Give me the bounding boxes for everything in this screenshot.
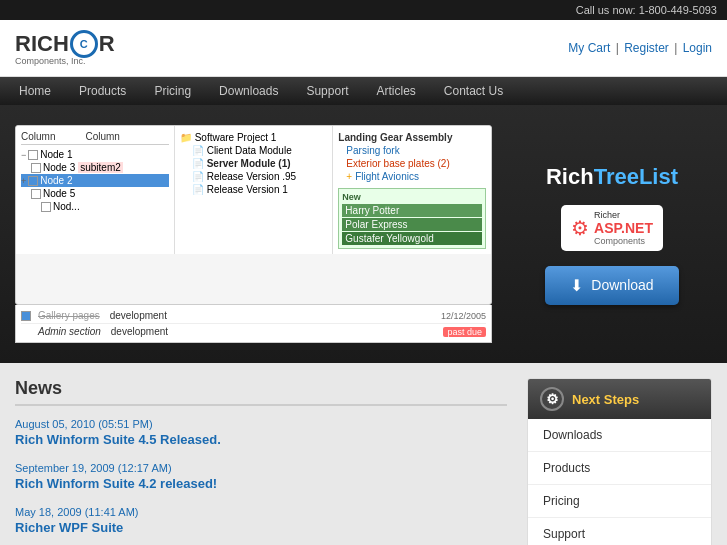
- nav-home[interactable]: Home: [5, 77, 65, 105]
- node-extra: subitem2: [78, 162, 123, 173]
- next-steps-title: Next Steps: [572, 392, 639, 407]
- next-steps-header: ⚙ Next Steps: [528, 379, 711, 419]
- checkbox: [31, 163, 41, 173]
- header: RICH C R Components, Inc. My Cart | Regi…: [0, 20, 727, 77]
- checkbox: [28, 176, 38, 186]
- checkbox: [28, 150, 38, 160]
- new-label: New: [342, 192, 482, 202]
- checkbox: [21, 311, 31, 321]
- product-title: RichTreeList: [546, 164, 678, 190]
- client-data-row: 📄 Client Data Module: [192, 144, 328, 157]
- nav-articles[interactable]: Articles: [362, 77, 429, 105]
- checkbox: [31, 189, 41, 199]
- register-link[interactable]: Register: [624, 41, 669, 55]
- next-steps-products[interactable]: Products: [528, 452, 711, 485]
- expand-icon: +: [21, 176, 26, 186]
- client-data-label: Client Data Module: [207, 145, 292, 156]
- next-steps-panel: ⚙ Next Steps Downloads Products Pricing …: [527, 378, 712, 545]
- flight-row: + Flight Avionics: [346, 170, 486, 183]
- header-links: My Cart | Register | Login: [568, 41, 712, 55]
- news-headline-2[interactable]: Rich Winform Suite 4.2 released!: [15, 476, 507, 491]
- logo[interactable]: RICH C R Components, Inc.: [15, 30, 115, 66]
- folder-icon: 📁: [180, 132, 192, 143]
- asp-components-label: Components: [594, 236, 653, 246]
- file-icon: 📄: [192, 145, 204, 156]
- tree-node5: Node 5: [31, 187, 169, 200]
- separator2: |: [674, 41, 677, 55]
- nav-products[interactable]: Products: [65, 77, 140, 105]
- spacer: [21, 327, 31, 337]
- release-95-label: Release Version .95: [207, 171, 297, 182]
- new-item-2: Polar Express: [342, 218, 482, 231]
- node-label: Node 1: [40, 149, 72, 160]
- my-cart-link[interactable]: My Cart: [568, 41, 610, 55]
- file-icon: 📄: [192, 184, 204, 195]
- top-bar: Call us now: 1-800-449-5093: [0, 0, 727, 20]
- server-module-row: 📄 Server Module (1): [192, 157, 328, 170]
- new-item-3: Gustafer Yellowgold: [342, 232, 482, 245]
- tree-node3: Node 3 subitem2: [31, 161, 169, 174]
- news-item-3: May 18, 2009 (11:41 AM) Richer WPF Suite: [15, 506, 507, 535]
- next-steps-pricing[interactable]: Pricing: [528, 485, 711, 518]
- gear-icon: ⚙: [540, 387, 564, 411]
- expand-icon: +: [346, 171, 352, 182]
- separator1: |: [616, 41, 619, 55]
- col1-header: Column: [21, 131, 55, 142]
- news-headline-1[interactable]: Rich Winform Suite 4.5 Released.: [15, 432, 507, 447]
- new-box: New Harry Potter Polar Express Gustafer …: [338, 188, 486, 249]
- server-module-label: Server Module (1): [207, 158, 291, 169]
- sched-stage: development: [111, 326, 439, 337]
- news-item-2: September 19, 2009 (12:17 AM) Rich Winfo…: [15, 462, 507, 491]
- release-95-row: 📄 Release Version .95: [192, 170, 328, 183]
- hero-section: Column Column − Node 1 Node 3 subitem2: [0, 105, 727, 363]
- asp-badge: ⚙ Richer ASP.NET Components: [561, 205, 663, 251]
- col2-header: Column: [85, 131, 119, 142]
- node-label: Node 5: [43, 188, 75, 199]
- main-nav: Home Products Pricing Downloads Support …: [0, 77, 727, 105]
- landing-title: Landing Gear Assembly: [338, 131, 486, 144]
- news-date-1: August 05, 2010 (05:51 PM): [15, 418, 507, 430]
- demo-mid-panel: 📁 Software Project 1 📄 Client Data Modul…: [175, 126, 334, 254]
- node-label: Node 2: [40, 175, 72, 186]
- logo-r: R: [99, 31, 115, 57]
- logo-sub: Components, Inc.: [15, 56, 115, 66]
- richer-label: Richer: [594, 210, 653, 220]
- news-date-3: May 18, 2009 (11:41 AM): [15, 506, 507, 518]
- new-item-1: Harry Potter: [342, 204, 482, 217]
- news-date-2: September 19, 2009 (12:17 AM): [15, 462, 507, 474]
- next-steps-support[interactable]: Support: [528, 518, 711, 545]
- download-button[interactable]: ⬇ Download: [545, 266, 678, 305]
- logo-rich: RICH: [15, 31, 69, 57]
- schedule-area: Gallery pages development 12/12/2005 Adm…: [15, 305, 492, 343]
- demo-area: Column Column − Node 1 Node 3 subitem2: [15, 125, 492, 305]
- hero-right-panel: RichTreeList ⚙ Richer ASP.NET Components…: [512, 164, 712, 305]
- nav-support[interactable]: Support: [292, 77, 362, 105]
- nav-downloads[interactable]: Downloads: [205, 77, 292, 105]
- tree-node2: + Node 2: [21, 174, 169, 187]
- demo-col-header: Column Column: [21, 131, 169, 145]
- past-due-badge: past due: [443, 327, 486, 337]
- phone-number: Call us now: 1-800-449-5093: [576, 4, 717, 16]
- nav-contact[interactable]: Contact Us: [430, 77, 517, 105]
- logo-icon: C: [70, 30, 98, 58]
- demo-left-panel: Column Column − Node 1 Node 3 subitem2: [16, 126, 175, 254]
- download-arrow-icon: ⬇: [570, 276, 583, 295]
- nav-pricing[interactable]: Pricing: [140, 77, 205, 105]
- news-headline-3[interactable]: Richer WPF Suite: [15, 520, 507, 535]
- news-item-1: August 05, 2010 (05:51 PM) Rich Winform …: [15, 418, 507, 447]
- news-section: News August 05, 2010 (05:51 PM) Rich Win…: [15, 378, 527, 545]
- file-icon: 📄: [192, 158, 204, 169]
- asp-net-label: ASP.NET: [594, 220, 653, 236]
- sched-name: Admin section: [38, 326, 101, 337]
- demo-widget: Column Column − Node 1 Node 3 subitem2: [15, 125, 492, 343]
- release-1-row: 📄 Release Version 1: [192, 183, 328, 196]
- sched-row-admin: Admin section development past due: [21, 324, 486, 339]
- login-link[interactable]: Login: [683, 41, 712, 55]
- main-content: News August 05, 2010 (05:51 PM) Rich Win…: [0, 363, 727, 545]
- next-steps-downloads[interactable]: Downloads: [528, 419, 711, 452]
- treelist-label: TreeList: [594, 164, 678, 189]
- sched-row-gallery: Gallery pages development 12/12/2005: [21, 308, 486, 324]
- logo-area: RICH C R Components, Inc.: [15, 30, 115, 66]
- download-label: Download: [591, 277, 653, 293]
- sched-date: 12/12/2005: [441, 311, 486, 321]
